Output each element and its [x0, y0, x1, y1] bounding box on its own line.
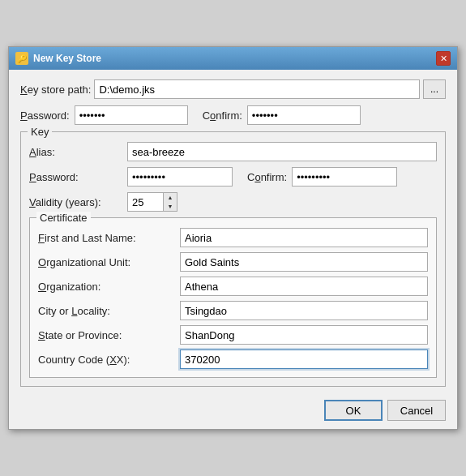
alias-label: Alias: — [29, 146, 122, 158]
cert-row-3: City or Locality: — [38, 301, 428, 320]
key-password-row: Password: Confirm: — [29, 167, 437, 187]
cert-input-city[interactable] — [180, 301, 428, 320]
keystore-password-input[interactable] — [75, 105, 188, 125]
cert-row-0: First and Last Name: — [38, 228, 428, 247]
key-section: Key Alias: Password: Confirm: — [20, 131, 446, 387]
key-section-legend: Key — [28, 126, 52, 138]
window-title: New Key Store — [33, 53, 101, 64]
cancel-button[interactable]: Cancel — [387, 400, 446, 421]
cert-input-org[interactable] — [180, 277, 428, 296]
alias-input[interactable] — [127, 142, 437, 161]
cert-label-1: Organizational Unit: — [38, 256, 180, 268]
cert-row-5: Country Code (XX): — [38, 349, 428, 369]
key-confirm-label: Confirm: — [247, 171, 287, 183]
cert-input-orgunit[interactable] — [180, 252, 428, 272]
window-icon: 🔑 — [15, 52, 28, 65]
key-password-input[interactable] — [127, 167, 233, 187]
keystore-password-label: Password: — [20, 109, 70, 122]
close-button[interactable]: ✕ — [436, 51, 451, 66]
validity-spinner: ▲ ▼ — [127, 192, 177, 212]
cert-input-country[interactable] — [180, 349, 428, 369]
validity-row: Validity (years): ▲ ▼ — [29, 192, 437, 212]
validity-input[interactable] — [127, 192, 164, 212]
keystore-confirm-label: Confirm: — [203, 109, 242, 122]
title-bar-left: 🔑 New Key Store — [15, 52, 101, 65]
key-password-label: Password: — [29, 171, 122, 183]
key-confirm-group: Confirm: — [247, 167, 397, 187]
cert-input-firstname[interactable] — [180, 228, 428, 247]
key-inner: Alias: Password: Confirm: Validity (year… — [29, 142, 437, 378]
certificate-inner: First and Last Name: Organizational Unit… — [38, 228, 428, 369]
keystore-path-label: Key store path: — [20, 84, 91, 96]
dialog-footer: OK Cancel — [9, 395, 457, 429]
cert-row-1: Organizational Unit: — [38, 252, 428, 272]
cert-row-2: Organization: — [38, 277, 428, 296]
alias-row: Alias: — [29, 142, 437, 161]
certificate-section: Certificate First and Last Name: Organiz… — [29, 217, 437, 378]
cert-label-4: State or Province: — [38, 329, 180, 341]
new-keystore-dialog: 🔑 New Key Store ✕ Key store path: ... Pa… — [8, 46, 458, 430]
validity-label: Validity (years): — [29, 196, 122, 208]
browse-button[interactable]: ... — [423, 79, 446, 99]
cert-label-3: City or Locality: — [38, 305, 180, 317]
ok-button[interactable]: OK — [324, 400, 383, 421]
keystore-path-row: Key store path: ... — [20, 79, 446, 99]
cert-label-2: Organization: — [38, 281, 180, 293]
cert-label-5: Country Code (XX): — [38, 354, 180, 366]
spinner-up-button[interactable]: ▲ — [164, 193, 177, 202]
cert-input-state[interactable] — [180, 325, 428, 345]
cert-label-0: First and Last Name: — [38, 232, 180, 244]
spinner-buttons: ▲ ▼ — [164, 192, 177, 212]
key-confirm-input[interactable] — [292, 167, 397, 187]
dialog-content: Key store path: ... Password: Confirm: K… — [9, 70, 457, 395]
keystore-confirm-input[interactable] — [247, 105, 361, 125]
keystore-confirm-group: Confirm: — [203, 105, 361, 125]
title-bar: 🔑 New Key Store ✕ — [9, 47, 457, 70]
cert-row-4: State or Province: — [38, 325, 428, 345]
keystore-password-row: Password: Confirm: — [20, 105, 446, 125]
keystore-path-input[interactable] — [94, 79, 420, 99]
spinner-down-button[interactable]: ▼ — [164, 202, 177, 211]
certificate-legend: Certificate — [36, 212, 91, 224]
